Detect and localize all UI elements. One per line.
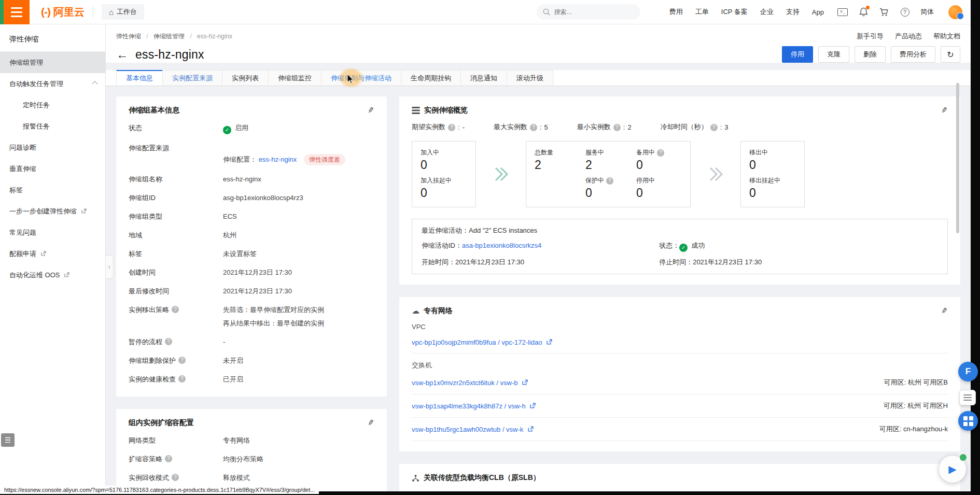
scaling-config-link[interactable]: ess-hz-nginx [259,155,297,163]
stat-min: 最小实例数?: 2 [577,122,632,132]
user-avatar[interactable] [948,5,962,19]
tab-rolling-upgrade[interactable]: 滚动升级 [507,70,553,86]
help-icon[interactable]: ? [448,124,455,131]
tab-instance-config-source[interactable]: 实例配置来源 [162,70,222,86]
taskbar-button[interactable]: ☰ [1,433,15,447]
load-balancer-icon [412,474,419,482]
breadcrumb: 弹性伸缩 / 伸缩组管理 / ess-hz-nginx [116,32,232,41]
sidebar-item-tags[interactable]: 标签 [0,179,105,201]
sidebar-item-auto-trigger-tasks[interactable]: 自动触发任务管理 [0,73,105,94]
vswitch-row: vsw-bp1x0mvzr2n5xtct6ituk / vsw-b 可用区: 杭… [412,371,948,394]
cost-analysis-button[interactable]: 费用分析 [891,46,935,63]
help-icon[interactable]: ? [530,124,537,131]
help-icon[interactable]: ? [606,177,613,185]
help-icon[interactable]: ? [165,338,172,345]
sidebar: 弹性伸缩 伸缩组管理 自动触发任务管理 定时任务 报警任务 问题诊断 垂直伸缩 … [0,24,106,491]
link-help-docs[interactable]: 帮助文档 [933,32,960,41]
vpc-link[interactable]: vpc-bp1jo0sojp2mimf0b9fua / vpc-172-lida… [412,338,542,346]
help-icon[interactable]: ? [613,124,621,131]
sidebar-item-scheduled-tasks[interactable]: 定时任务 [0,94,105,116]
product-menu-button[interactable] [4,0,30,24]
sidebar-item-vertical-scaling[interactable]: 垂直伸缩 [0,158,105,179]
global-search[interactable] [537,4,640,20]
tab-instance-list[interactable]: 实例列表 [222,70,269,86]
delete-button[interactable]: 删除 [855,46,886,63]
link-status-bar: https://essnew.console.aliyun.com/?spm=5… [0,486,319,494]
help-icon[interactable]: ? [710,124,718,131]
field-suspended-processes: 暂停的流程? - [129,337,374,347]
edit-icon[interactable]: ✎ [941,306,949,316]
stat-expected: 期望实例数?: - [412,122,465,132]
qr-widget[interactable] [958,411,978,431]
card-title: 组内实例扩缩容配置 [129,418,194,428]
sidebar-item-scaling-groups[interactable]: 伸缩组管理 [0,52,105,73]
card-title: 专有网络 [424,306,453,316]
workbench-button[interactable]: ⌂ 工作台 [102,4,144,20]
cloudshell-icon[interactable]: >_ [837,7,848,17]
scaling-activity-link[interactable]: asa-bp1exionko8locsrkzs4 [462,242,541,249]
chevron-up-icon [92,81,97,87]
disable-button[interactable]: 停用 [782,46,813,63]
sidebar-item-oos[interactable]: 自动化运维 OOS [0,264,105,286]
external-link-icon [81,208,87,214]
edit-icon[interactable]: ✎ [941,105,949,116]
tab-notifications[interactable]: 消息通知 [460,70,507,86]
back-button[interactable]: ← [116,49,128,61]
cart-icon[interactable] [879,7,889,17]
search-input[interactable] [554,8,627,16]
external-link-icon [522,379,528,385]
sidebar-item-quota[interactable]: 配额申请 [0,243,105,264]
edit-icon[interactable]: ✎ [367,105,375,116]
edit-icon[interactable]: ✎ [367,418,375,428]
sidebar-item-faq[interactable]: 常见问题 [0,222,105,243]
breadcrumb-scaling-groups[interactable]: 伸缩组管理 [153,33,185,40]
zone-label: 可用区: cn-hangzhou-k [879,425,948,434]
home-icon: ⌂ [109,8,114,17]
sidebar-item-step-by-step[interactable]: 一步一步创建弹性伸缩 [0,201,105,222]
tab-group-monitoring[interactable]: 伸缩组监控 [268,70,321,86]
tab-lifecycle-hooks[interactable]: 生命周期挂钩 [401,70,461,86]
menu-app[interactable]: App [812,8,824,16]
vswitch-link[interactable]: vsw-bp1sap4lme33kg4k8h87z / vsw-h [412,402,526,410]
notification-bell-icon[interactable] [858,7,869,17]
help-icon[interactable]: ? [165,455,172,462]
menu-tickets[interactable]: 工单 [695,7,709,17]
refresh-button[interactable]: ↻ [941,46,960,63]
vpc-card: ☁ 专有网络 ✎ VPC vpc-bp1jo0sojp2mimf0b9fua /… [399,297,960,451]
vswitch-link[interactable]: vsw-bp1thu5rgc1awh00zwtub / vsw-k [412,426,523,433]
help-icon[interactable]: ? [900,7,910,17]
page-header: 弹性伸缩 / 伸缩组管理 / ess-hz-nginx 新手引导 产品动态 帮助… [106,24,971,63]
zone-label: 可用区: 杭州 可用区H [884,401,948,411]
help-icon[interactable]: ? [172,474,179,481]
console-app: (-) 阿里云 ⌂ 工作台 费用 工单 ICP 备案 企业 支持 App >_ [0,0,971,491]
overview-stats: 期望实例数?: - 最大实例数?: 5 最小实例数?: 2 冷却时间（秒）?: … [412,122,948,132]
tab-basic-info[interactable]: 基本信息 [116,70,163,86]
help-icon[interactable]: ? [172,306,179,313]
feedback-widget[interactable]: F [958,362,978,381]
chat-widget[interactable] [959,390,976,405]
main-panel: 弹性伸缩 / 伸缩组管理 / ess-hz-nginx 新手引导 产品动态 帮助… [106,24,971,491]
clone-button[interactable]: 克隆 [818,46,849,63]
vswitch-section-label: 交换机 [412,361,948,370]
sidebar-collapse-button[interactable]: ‹ [106,255,114,279]
menu-enterprise[interactable]: 企业 [760,7,774,17]
scrollbar-thumb[interactable] [956,83,959,233]
search-icon [543,8,550,16]
link-product-news[interactable]: 产品动态 [895,32,922,41]
menu-billing[interactable]: 费用 [669,7,683,17]
language-switch[interactable]: 简体 [920,7,934,17]
menu-icp[interactable]: ICP 备案 [721,7,748,17]
vswitch-link[interactable]: vsw-bp1x0mvzr2n5xtct6ituk / vsw-b [412,379,517,387]
link-beginner-guide[interactable]: 新手引导 [857,32,884,41]
menu-support[interactable]: 支持 [786,7,800,17]
play-button[interactable]: ▶ [939,455,967,483]
help-icon[interactable]: ? [178,375,186,383]
sidebar-item-diagnosis[interactable]: 问题诊断 [0,137,105,158]
help-icon[interactable]: ? [178,357,186,364]
breadcrumb-ess[interactable]: 弹性伸缩 [116,33,141,40]
help-icon[interactable]: ? [657,149,664,157]
tab-scaling-rules-activities[interactable]: 伸缩规则与伸缩活动 [321,70,401,86]
aliyun-logo[interactable]: (-) 阿里云 [41,5,85,19]
sidebar-item-alarm-tasks[interactable]: 报警任务 [0,116,105,137]
field-config-source: 伸缩配置来源 伸缩配置： ess-hz-nginx 弹性强度差 [129,144,374,165]
